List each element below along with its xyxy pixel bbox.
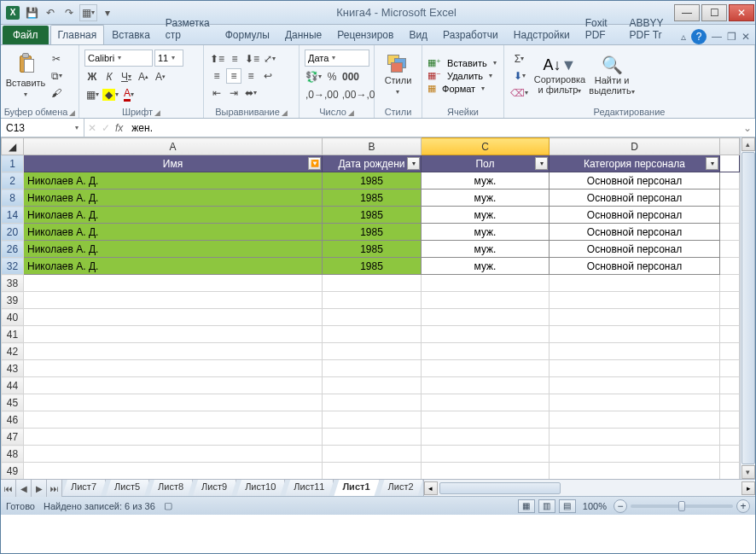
cell-gender[interactable]: муж. — [422, 224, 550, 241]
cell-name[interactable]: Николаев А. Д. — [24, 190, 323, 207]
qat-customize-icon[interactable]: ▦▾ — [79, 4, 97, 21]
zoom-in-button[interactable]: + — [736, 499, 750, 513]
fill-color-button[interactable]: ◆▾ — [102, 87, 119, 102]
zoom-out-button[interactable]: − — [614, 499, 627, 513]
merge-icon[interactable]: ⬌▾ — [243, 85, 259, 101]
cell-dob[interactable]: 1985 — [323, 258, 422, 275]
table-row[interactable]: 48 — [2, 446, 740, 463]
col-header-a[interactable]: A — [24, 138, 323, 155]
sheet-tab[interactable]: Лист8 — [149, 480, 193, 496]
header-dob[interactable]: Дата рождени▾ — [323, 155, 422, 172]
table-row[interactable]: 43 — [2, 360, 740, 377]
scroll-left-icon[interactable]: ◂ — [424, 481, 438, 495]
header-gender[interactable]: Пол▾ — [422, 155, 550, 172]
orientation-icon[interactable]: ⤢▾ — [262, 51, 277, 67]
normal-view-icon[interactable]: ▦ — [518, 499, 535, 513]
tab-home[interactable]: Главная — [50, 25, 105, 44]
number-format-combo[interactable]: Дата▾ — [305, 50, 369, 67]
tab-developer[interactable]: Разработчи — [435, 25, 506, 44]
row-header[interactable]: 14 — [2, 207, 24, 224]
formula-input[interactable]: жен. — [126, 122, 740, 134]
row-header[interactable]: 44 — [2, 377, 24, 394]
horizontal-scrollbar[interactable]: ◂ ▸ — [423, 480, 755, 496]
italic-button[interactable]: К — [102, 69, 117, 85]
row-header[interactable]: 43 — [2, 360, 24, 377]
hscroll-thumb[interactable] — [439, 482, 561, 494]
align-left-icon[interactable]: ≡ — [209, 68, 224, 84]
vertical-scrollbar[interactable]: ▴ ▾ — [740, 137, 755, 479]
redo-icon[interactable]: ↷ — [61, 4, 78, 21]
qat-more-icon[interactable]: ▾ — [99, 4, 116, 21]
table-row[interactable]: 2Николаев А. Д.1985муж.Основной персонал — [2, 172, 740, 190]
align-top-icon[interactable]: ⬆≡ — [209, 51, 225, 67]
tab-abbyy[interactable]: ABBYY PDF Tr — [622, 13, 681, 44]
sheet-tab[interactable]: Лист10 — [236, 480, 285, 496]
table-row[interactable]: 41 — [2, 326, 740, 343]
first-sheet-icon[interactable]: ⏮ — [1, 480, 16, 497]
col-header-d[interactable]: D — [550, 138, 720, 155]
cell-gender[interactable]: муж. — [422, 258, 550, 275]
sheet-tab[interactable]: Лист5 — [106, 480, 149, 496]
cell-dob[interactable]: 1985 — [323, 172, 422, 190]
expand-formula-bar-icon[interactable]: ⌄ — [740, 122, 755, 134]
delete-cells-button[interactable]: ▦⁻ Удалить ▾ — [427, 70, 497, 81]
zoom-level[interactable]: 100% — [583, 501, 607, 511]
column-headers[interactable]: ◢ A B C D — [2, 138, 740, 155]
table-row[interactable]: 8Николаев А. Д.1985муж.Основной персонал — [2, 190, 740, 207]
clear-icon[interactable]: ⌫▾ — [509, 85, 529, 101]
cell-dob[interactable]: 1985 — [323, 190, 422, 207]
scroll-right-icon[interactable]: ▸ — [741, 481, 755, 495]
row-header[interactable]: 39 — [2, 292, 24, 309]
col-header-blank[interactable] — [720, 138, 740, 155]
row-header[interactable]: 20 — [2, 224, 24, 241]
row-header[interactable]: 45 — [2, 394, 24, 411]
find-select-button[interactable]: 🔍 Найти и выделить▾ — [587, 53, 637, 98]
save-icon[interactable]: 💾 — [23, 4, 40, 21]
accounting-format-icon[interactable]: 💱▾ — [305, 69, 323, 85]
cell-name[interactable]: Николаев А. Д. — [24, 172, 323, 190]
autosum-icon[interactable]: Σ▾ — [509, 51, 529, 67]
tab-data[interactable]: Данные — [277, 25, 329, 44]
increase-indent-icon[interactable]: ⇥ — [226, 85, 241, 101]
filter-button-b[interactable]: ▾ — [407, 157, 420, 170]
help-icon[interactable]: ? — [691, 29, 707, 44]
table-row[interactable]: 40 — [2, 309, 740, 326]
wrap-text-icon[interactable]: ↩ — [260, 68, 276, 84]
border-button[interactable]: ▦▾ — [84, 87, 100, 102]
filter-button-d[interactable]: ▾ — [706, 157, 718, 170]
next-sheet-icon[interactable]: ▶ — [32, 480, 47, 497]
row-header[interactable]: 32 — [2, 258, 24, 275]
header-name[interactable]: Имя🔽 — [24, 155, 323, 172]
fx-icon[interactable]: fx — [115, 122, 123, 134]
scroll-thumb[interactable] — [741, 152, 755, 464]
cell-dob[interactable]: 1985 — [323, 241, 422, 258]
align-middle-icon[interactable]: ≡ — [227, 51, 242, 67]
prev-sheet-icon[interactable]: ◀ — [16, 480, 32, 497]
align-bottom-icon[interactable]: ⬇≡ — [244, 51, 260, 67]
table-row[interactable]: 44 — [2, 377, 740, 394]
cell-gender[interactable]: муж. — [422, 241, 550, 258]
sheet-tab[interactable]: Лист2 — [380, 480, 423, 496]
format-cells-button[interactable]: ▦ Формат ▾ — [427, 83, 497, 94]
grid[interactable]: ◢ A B C D 1 Имя🔽 Дата рождени▾ Пол▾ Кате… — [1, 137, 740, 479]
page-layout-view-icon[interactable]: ▥ — [538, 499, 555, 513]
table-row[interactable]: 49 — [2, 463, 740, 480]
file-tab[interactable]: Файл — [3, 26, 49, 44]
table-row[interactable]: 42 — [2, 343, 740, 360]
cell-category[interactable]: Основной персонал — [550, 224, 720, 241]
paste-button[interactable]: Вставить▾ — [4, 50, 47, 101]
maximize-button[interactable]: ☐ — [701, 4, 727, 21]
cell-category[interactable]: Основной персонал — [550, 258, 720, 275]
workbook-close-icon[interactable]: ✕ — [741, 31, 750, 43]
table-row[interactable]: 26Николаев А. Д.1985муж.Основной персона… — [2, 241, 740, 258]
row-header[interactable]: 41 — [2, 326, 24, 343]
row-header[interactable]: 26 — [2, 241, 24, 258]
cell-name[interactable]: Николаев А. Д. — [24, 207, 323, 224]
name-box[interactable]: C13▾ — [1, 119, 84, 137]
styles-button[interactable]: Стили▾ — [378, 53, 418, 98]
cell-name[interactable]: Николаев А. Д. — [24, 241, 323, 258]
table-row[interactable]: 38 — [2, 275, 740, 292]
sheet-tab[interactable]: Лист9 — [193, 480, 236, 496]
row-header[interactable]: 40 — [2, 309, 24, 326]
cell-category[interactable]: Основной персонал — [550, 190, 720, 207]
